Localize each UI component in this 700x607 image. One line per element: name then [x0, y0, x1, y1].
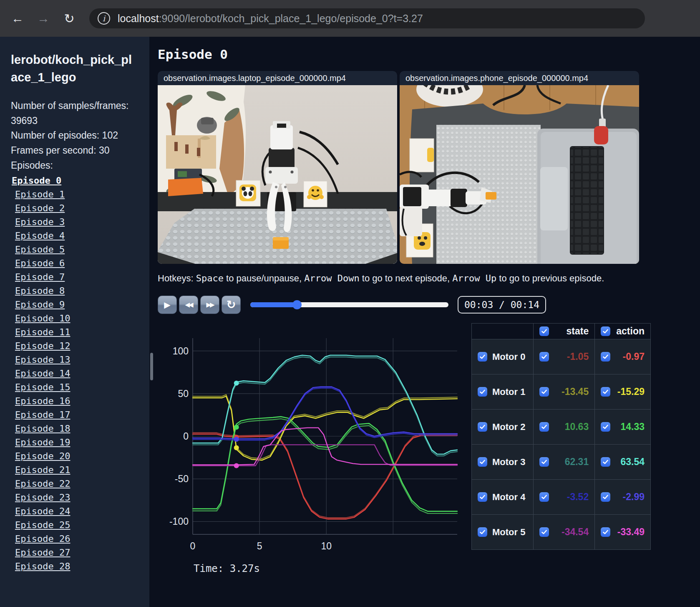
table-corner-cell: [472, 324, 534, 339]
video-panel-phone: observation.images.phone_episode_000000.…: [400, 71, 639, 264]
series-motor-1-action-line: [193, 396, 457, 460]
motor-row-3: Motor 362.3163.54: [472, 445, 651, 480]
sidebar-episode-link-21[interactable]: Episode 21: [15, 463, 138, 477]
motor-5-state-checkbox[interactable]: [539, 527, 549, 537]
forward-icon[interactable]: →: [34, 9, 53, 28]
motor-4-action-value: -2.99: [610, 491, 645, 503]
reload-icon[interactable]: ↻: [60, 9, 78, 28]
y-tick--100: -100: [169, 516, 189, 527]
series-motor-5-state-line: [193, 445, 457, 465]
sidebar-episode-link-13[interactable]: Episode 13: [15, 353, 138, 367]
motor-row-1: Motor 1-13.45-15.29: [472, 374, 651, 410]
x-tick-5: 5: [257, 541, 262, 551]
sidebar-episode-link-22[interactable]: Episode 22: [15, 477, 138, 491]
series-motor-0-state-line: [193, 433, 457, 518]
motor-chart-canvas[interactable]: -100-500501000510: [158, 326, 463, 559]
motor-1-checkbox[interactable]: [478, 387, 487, 397]
sidebar-episode-link-27[interactable]: Episode 27: [15, 546, 138, 559]
main-content: Episode 0 observation.images.laptop_epis…: [149, 37, 700, 607]
y-tick-0: 0: [183, 431, 189, 442]
stat-samples: Number of samples/frames: 39693: [11, 99, 132, 128]
sidebar-episode-link-24[interactable]: Episode 24: [15, 504, 138, 518]
sidebar-episode-link-14[interactable]: Episode 14: [15, 367, 138, 380]
dataset-title: lerobot/koch_pick_place_1_lego: [11, 51, 136, 86]
motor-5-checkbox[interactable]: [478, 527, 487, 537]
browser-toolbar: ← → ↻ i localhost:9090/lerobot/koch_pick…: [0, 0, 700, 37]
motor-2-action-checkbox[interactable]: [601, 422, 610, 432]
fast-forward-button[interactable]: ▶▶: [200, 296, 219, 314]
seek-slider[interactable]: [250, 302, 448, 307]
motor-0-state-checkbox[interactable]: [539, 352, 549, 362]
hotkey-key-2: Arrow Up: [452, 273, 496, 283]
sidebar-episode-link-2[interactable]: Episode 2: [15, 201, 138, 215]
motor-0-action-checkbox[interactable]: [601, 352, 610, 362]
motor-3-action-value: 63.54: [610, 456, 645, 468]
sidebar-episode-link-23[interactable]: Episode 23: [15, 491, 138, 504]
seek-slider-thumb[interactable]: [292, 300, 302, 309]
stat-episodes: Number of episodes: 102: [11, 128, 132, 143]
sidebar-episode-link-12[interactable]: Episode 12: [15, 339, 138, 353]
sidebar-episode-link-6[interactable]: Episode 6: [15, 256, 138, 270]
sidebar-episode-link-5[interactable]: Episode 5: [15, 243, 138, 256]
hotkey-text-0: to pause/unpause,: [224, 273, 304, 283]
motor-5-action-checkbox[interactable]: [601, 527, 610, 537]
sidebar-episode-link-4[interactable]: Episode 4: [15, 229, 138, 243]
current-time-marker-motor-1: [234, 445, 239, 450]
motor-4-state-checkbox[interactable]: [539, 492, 549, 502]
video-title-phone: observation.images.phone_episode_000000.…: [400, 71, 639, 85]
back-icon[interactable]: ←: [8, 9, 27, 28]
motor-3-checkbox[interactable]: [478, 457, 487, 467]
sidebar-episode-link-18[interactable]: Episode 18: [15, 422, 138, 435]
motor-1-state-value: -13.45: [549, 386, 589, 397]
sidebar-episode-link-25[interactable]: Episode 25: [15, 518, 138, 532]
motor-2-checkbox[interactable]: [478, 422, 487, 432]
sidebar-episode-link-10[interactable]: Episode 10: [15, 311, 138, 325]
fast-forward-icon: ▶▶: [206, 301, 213, 309]
sidebar-episode-link-8[interactable]: Episode 8: [15, 284, 138, 298]
motor-3-action-checkbox[interactable]: [601, 457, 610, 467]
motor-2-state-checkbox[interactable]: [539, 422, 549, 432]
sidebar-episode-link-20[interactable]: Episode 20: [15, 449, 138, 463]
sidebar-episode-link-3[interactable]: Episode 3: [15, 215, 138, 229]
sidebar-episode-link-9[interactable]: Episode 9: [15, 298, 138, 311]
sidebar-episode-link-1[interactable]: Episode 1: [15, 187, 138, 201]
loop-icon: ↻: [227, 298, 236, 311]
loop-button[interactable]: ↻: [222, 296, 241, 314]
sidebar-episode-link-19[interactable]: Episode 19: [15, 435, 138, 449]
state-column-checkbox[interactable]: [539, 326, 549, 336]
motor-4-action-checkbox[interactable]: [601, 492, 610, 502]
rewind-icon: ◀◀: [185, 301, 192, 309]
motor-1-state-checkbox[interactable]: [539, 387, 549, 397]
action-column-checkbox[interactable]: [601, 326, 610, 336]
episode-list: Episode 0Episode 1Episode 2Episode 3Epis…: [11, 174, 138, 573]
play-button[interactable]: ▶: [158, 296, 177, 314]
current-time-marker-motor-4: [234, 437, 239, 442]
chart-panel: -100-500501000510 Time: 3.27s: [158, 326, 463, 574]
sidebar-episode-link-16[interactable]: Episode 16: [15, 394, 138, 408]
video-frame-laptop[interactable]: [158, 85, 397, 264]
playback-controls: ▶ ◀◀ ▶▶ ↻ 00:03 / 00:14: [158, 295, 700, 315]
site-info-icon[interactable]: i: [98, 12, 110, 25]
motor-3-state-checkbox[interactable]: [539, 457, 549, 467]
motor-4-checkbox[interactable]: [478, 492, 487, 502]
y-tick-100: 100: [173, 346, 189, 357]
sidebar-episode-link-0[interactable]: Episode 0: [12, 174, 138, 187]
motor-1-label: Motor 1: [492, 387, 525, 397]
address-bar[interactable]: i localhost:9090/lerobot/koch_pick_place…: [89, 8, 645, 28]
motor-1-action-checkbox[interactable]: [601, 387, 610, 397]
sidebar-episode-link-28[interactable]: Episode 28: [15, 559, 138, 573]
motor-3-state-value: 62.31: [549, 456, 589, 468]
sidebar-episode-link-7[interactable]: Episode 7: [15, 270, 138, 284]
sidebar-episode-link-11[interactable]: Episode 11: [15, 325, 138, 339]
sidebar-episode-link-26[interactable]: Episode 26: [15, 532, 138, 546]
motor-0-checkbox[interactable]: [478, 352, 487, 362]
rewind-button[interactable]: ◀◀: [179, 296, 198, 314]
hotkey-text-2: to go to previous episode.: [496, 273, 604, 283]
sidebar-episode-link-15[interactable]: Episode 15: [15, 380, 138, 394]
sidebar-episode-link-17[interactable]: Episode 17: [15, 408, 138, 422]
video-row: observation.images.laptop_episode_000000…: [158, 71, 700, 264]
video-frame-phone[interactable]: [400, 85, 639, 264]
hotkeys-help: Hotkeys: Space to pause/unpause, Arrow D…: [158, 273, 700, 284]
motor-2-action-value: 14.33: [610, 421, 645, 432]
motor-3-label: Motor 3: [492, 457, 525, 468]
